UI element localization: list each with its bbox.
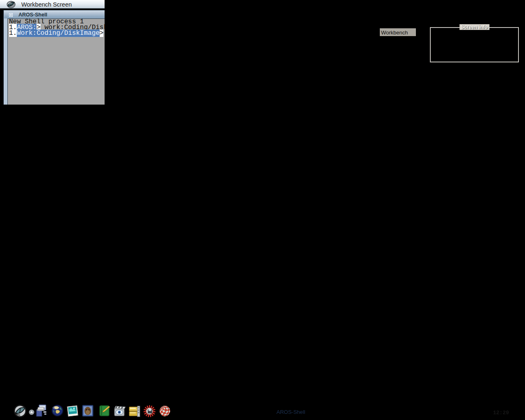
svg-text:Ann: Ann <box>178 411 185 416</box>
